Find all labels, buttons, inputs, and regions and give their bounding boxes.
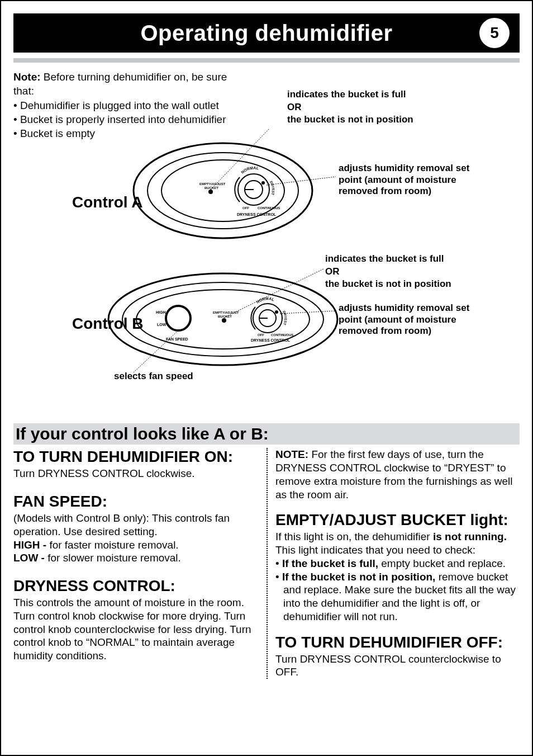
turn-off-title: TO TURN DEHUMIDIFIER OFF: bbox=[275, 634, 520, 651]
note-label: Note: bbox=[13, 71, 41, 83]
divider-bar bbox=[13, 58, 520, 63]
svg-point-1 bbox=[147, 153, 298, 229]
note-item: Bucket is properly inserted into dehumid… bbox=[13, 113, 248, 127]
svg-text:DRYEST: DRYEST bbox=[269, 181, 275, 196]
svg-point-12 bbox=[208, 190, 213, 194]
callout-bucket-a: indicates the bucket is full OR the buck… bbox=[287, 89, 432, 125]
callout-line: the bucket is not in position bbox=[287, 114, 432, 125]
svg-line-36 bbox=[224, 269, 323, 318]
fan-speed-title: FAN SPEED: bbox=[13, 493, 259, 511]
svg-point-26 bbox=[275, 310, 278, 314]
page-title: Operating dehumidifier bbox=[140, 21, 392, 46]
dryness-body: This controls the amount of moisture in … bbox=[13, 596, 259, 663]
empty-intro: If this light is on, the dehumidifier is… bbox=[275, 530, 520, 557]
svg-line-16 bbox=[266, 177, 336, 185]
empty-title: EMPTY/ADJUST BUCKET light: bbox=[275, 511, 520, 529]
control-a-diagram: NORMAL DRYEST OFF CONTINUOUS DRYNESS CON… bbox=[128, 129, 340, 252]
svg-text:OFF: OFF bbox=[242, 206, 249, 210]
note-item: Dehumidifier is plugged into the wall ou… bbox=[13, 99, 248, 113]
fan-low: LOW - for slower moisture removal. bbox=[13, 551, 259, 565]
svg-text:CONTINUOUS: CONTINUOUS bbox=[271, 333, 293, 337]
svg-text:DRYNESS CONTROL: DRYNESS CONTROL bbox=[237, 212, 277, 216]
turn-off-body: Turn DRYNESS CONTROL counterclockwise to… bbox=[275, 653, 520, 679]
svg-point-0 bbox=[134, 143, 312, 238]
diagram-area: Control A Control B indicates the bucket… bbox=[13, 140, 520, 420]
fan-body: (Models with Control B only): This contr… bbox=[13, 512, 259, 538]
band-heading: If your control looks like A or B: bbox=[13, 423, 520, 445]
header-band: Operating dehumidifier 5 bbox=[13, 13, 520, 53]
turn-on-title: TO TURN DEHUMIDIFIER ON: bbox=[13, 448, 259, 466]
svg-point-5 bbox=[261, 181, 265, 185]
callout-bucket-b: indicates the bucket is full OR the buck… bbox=[325, 253, 470, 290]
callout-adjust-b: adjusts humidity removal set point (amou… bbox=[339, 303, 484, 337]
svg-point-20 bbox=[166, 306, 191, 330]
page-number-badge: 5 bbox=[479, 18, 510, 48]
callout-line: indicates the bucket is full bbox=[287, 89, 432, 100]
note-intro: Before turning dehumidifier on, be sure … bbox=[13, 71, 227, 97]
note-body: NOTE: For the first few days of use, tur… bbox=[275, 448, 520, 501]
manual-page: Operating dehumidifier 5 Note: Before tu… bbox=[0, 0, 533, 756]
svg-text:NORMAL: NORMAL bbox=[240, 166, 259, 174]
svg-text:CONTINUOUS: CONTINUOUS bbox=[258, 206, 280, 210]
svg-text:EMPTY/ADJUST: EMPTY/ADJUST bbox=[213, 311, 239, 314]
fan-high: HIGH - for faster moisture removal. bbox=[13, 538, 259, 552]
callout-or: OR bbox=[287, 102, 432, 113]
svg-text:FAN SPEED: FAN SPEED bbox=[166, 337, 188, 341]
list-item: If the bucket is not in position, remove… bbox=[275, 570, 520, 623]
dryness-title: DRYNESS CONTROL: bbox=[13, 577, 259, 595]
svg-text:HIGH: HIGH bbox=[156, 310, 166, 314]
right-column: NOTE: For the first few days of use, tur… bbox=[266, 448, 520, 679]
callout-or: OR bbox=[325, 266, 470, 277]
svg-text:DRYEST: DRYEST bbox=[282, 310, 287, 325]
callout-line: indicates the bucket is full bbox=[325, 253, 470, 264]
svg-text:BUCKET: BUCKET bbox=[204, 186, 218, 190]
callout-adjust-a: adjusts humidity removal set point (amou… bbox=[339, 163, 484, 197]
svg-text:BUCKET: BUCKET bbox=[218, 315, 232, 318]
empty-bullets: If the bucket is full, empty bucket and … bbox=[275, 557, 520, 623]
control-b-diagram: HIGH LOW FAN SPEED NORMAL DRYEST OFF CON… bbox=[100, 258, 346, 381]
svg-text:LOW: LOW bbox=[157, 323, 166, 327]
svg-text:EMPTY/ADJUST: EMPTY/ADJUST bbox=[199, 182, 226, 186]
columns: TO TURN DEHUMIDIFIER ON: Turn DRYNESS CO… bbox=[13, 448, 520, 679]
svg-point-33 bbox=[222, 318, 226, 323]
svg-text:DRYNESS CONTROL: DRYNESS CONTROL bbox=[251, 338, 291, 342]
svg-text:OFF: OFF bbox=[258, 333, 264, 337]
svg-text:NORMAL: NORMAL bbox=[255, 297, 275, 304]
turn-on-body: Turn DRYNESS CONTROL clockwise. bbox=[13, 467, 259, 480]
callout-line: the bucket is not in position bbox=[325, 278, 470, 290]
left-column: TO TURN DEHUMIDIFIER ON: Turn DRYNESS CO… bbox=[13, 448, 266, 679]
list-item: If the bucket is full, empty bucket and … bbox=[275, 557, 520, 570]
